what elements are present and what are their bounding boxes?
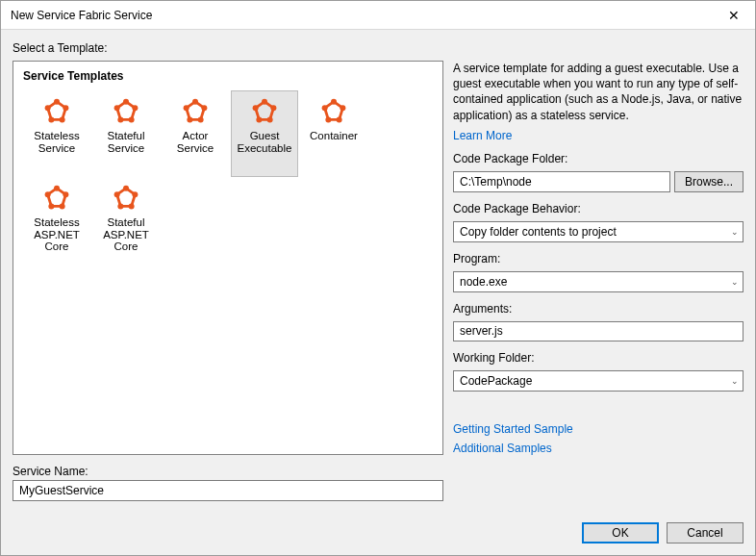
- template-item[interactable]: Stateless Service: [23, 90, 90, 177]
- program-value: node.exe: [460, 275, 507, 289]
- working-folder-select[interactable]: CodePackage ⌄: [453, 370, 743, 392]
- svg-point-24: [322, 105, 328, 111]
- svg-point-4: [45, 105, 51, 111]
- template-label: Guest Executable: [232, 130, 297, 154]
- program-select[interactable]: node.exe ⌄: [453, 271, 743, 292]
- code-package-behavior-value: Copy folder contents to project: [460, 225, 617, 239]
- svg-point-18: [256, 116, 262, 122]
- template-item[interactable]: Stateful Service: [92, 90, 160, 177]
- titlebar: New Service Fabric Service ✕: [1, 1, 755, 30]
- close-button[interactable]: ✕: [712, 1, 755, 30]
- svg-point-19: [253, 105, 259, 111]
- svg-point-30: [123, 186, 129, 191]
- svg-point-7: [129, 116, 135, 122]
- program-label: Program:: [453, 252, 743, 265]
- getting-started-link[interactable]: Getting Started Sample: [453, 422, 743, 436]
- template-label: Stateless Service: [24, 130, 89, 154]
- templates-panel: Service Templates Stateless Service Stat…: [13, 61, 443, 455]
- close-icon: ✕: [728, 8, 740, 23]
- svg-point-15: [262, 99, 267, 105]
- service-name-label: Service Name:: [13, 465, 443, 478]
- service-fabric-icon: [250, 97, 279, 126]
- template-label: Stateful Service: [93, 130, 159, 154]
- service-name-input[interactable]: [13, 480, 443, 501]
- svg-point-8: [117, 116, 123, 122]
- svg-point-6: [132, 105, 138, 111]
- chevron-down-icon: ⌄: [731, 277, 739, 287]
- service-fabric-icon: [112, 97, 140, 126]
- svg-point-28: [48, 203, 54, 209]
- svg-point-17: [267, 116, 273, 122]
- svg-point-31: [132, 191, 138, 197]
- template-item[interactable]: Stateless ASP.NET Core: [23, 177, 90, 264]
- window-title: New Service Fabric Service: [11, 9, 152, 22]
- svg-point-21: [340, 105, 345, 111]
- code-package-behavior-select[interactable]: Copy folder contents to project ⌄: [453, 221, 743, 242]
- learn-more-link[interactable]: Learn More: [453, 129, 743, 142]
- template-item[interactable]: Stateful ASP.NET Core: [92, 177, 160, 264]
- service-fabric-icon: [181, 97, 210, 126]
- template-label: Actor Service: [163, 130, 228, 154]
- svg-point-32: [129, 203, 135, 209]
- arguments-input[interactable]: [453, 321, 743, 341]
- svg-point-13: [187, 116, 192, 122]
- main-row: Service Templates Stateless Service Stat…: [13, 61, 743, 455]
- chevron-down-icon: ⌄: [731, 227, 739, 237]
- template-item[interactable]: Guest Executable: [231, 90, 298, 177]
- ok-button[interactable]: OK: [582, 522, 659, 543]
- svg-point-29: [45, 191, 51, 197]
- template-description: A service template for adding a guest ex…: [453, 61, 743, 123]
- svg-point-26: [63, 191, 68, 197]
- template-item[interactable]: Actor Service: [162, 90, 229, 177]
- template-label: Stateless ASP.NET Core: [24, 216, 89, 253]
- svg-point-3: [48, 116, 54, 122]
- templates-grid: Stateless Service Stateful Service Actor…: [23, 90, 433, 264]
- templates-heading: Service Templates: [23, 69, 433, 83]
- template-label: Stateful ASP.NET Core: [93, 216, 159, 253]
- working-folder-label: Working Folder:: [453, 351, 743, 365]
- service-fabric-icon: [42, 97, 71, 126]
- svg-point-34: [114, 191, 120, 197]
- bottom-area: Service Name:: [13, 465, 743, 501]
- service-fabric-icon: [319, 97, 348, 126]
- browse-button[interactable]: Browse...: [674, 171, 743, 192]
- service-fabric-icon: [112, 184, 140, 213]
- dialog-footer: OK Cancel: [1, 513, 755, 555]
- svg-point-20: [331, 99, 337, 105]
- template-item[interactable]: Container: [300, 90, 367, 177]
- svg-point-9: [114, 105, 120, 111]
- svg-point-16: [270, 105, 276, 111]
- dialog-window: New Service Fabric Service ✕ Select a Te…: [0, 0, 756, 556]
- arguments-label: Arguments:: [453, 302, 743, 316]
- svg-point-23: [325, 116, 331, 122]
- svg-point-2: [60, 116, 65, 122]
- details-panel: A service template for adding a guest ex…: [453, 61, 743, 455]
- code-package-folder-input[interactable]: [453, 171, 670, 192]
- additional-samples-link[interactable]: Additional Samples: [453, 442, 743, 455]
- svg-point-0: [54, 99, 60, 105]
- svg-point-25: [54, 186, 60, 191]
- svg-point-12: [198, 116, 204, 122]
- svg-point-11: [201, 105, 207, 111]
- code-package-folder-label: Code Package Folder:: [453, 152, 743, 165]
- service-fabric-icon: [42, 184, 71, 213]
- svg-point-33: [117, 203, 123, 209]
- code-package-behavior-label: Code Package Behavior:: [453, 202, 743, 215]
- svg-point-1: [63, 105, 68, 111]
- working-folder-value: CodePackage: [460, 374, 532, 388]
- cancel-button[interactable]: Cancel: [667, 522, 743, 543]
- content-area: Select a Template: Service Templates Sta…: [1, 30, 755, 513]
- select-template-label: Select a Template:: [13, 41, 743, 55]
- svg-point-10: [192, 99, 198, 105]
- svg-point-27: [60, 203, 65, 209]
- svg-point-5: [123, 99, 129, 105]
- svg-point-14: [184, 105, 189, 111]
- svg-point-22: [337, 116, 342, 122]
- chevron-down-icon: ⌄: [731, 376, 739, 386]
- template-label: Container: [308, 130, 360, 142]
